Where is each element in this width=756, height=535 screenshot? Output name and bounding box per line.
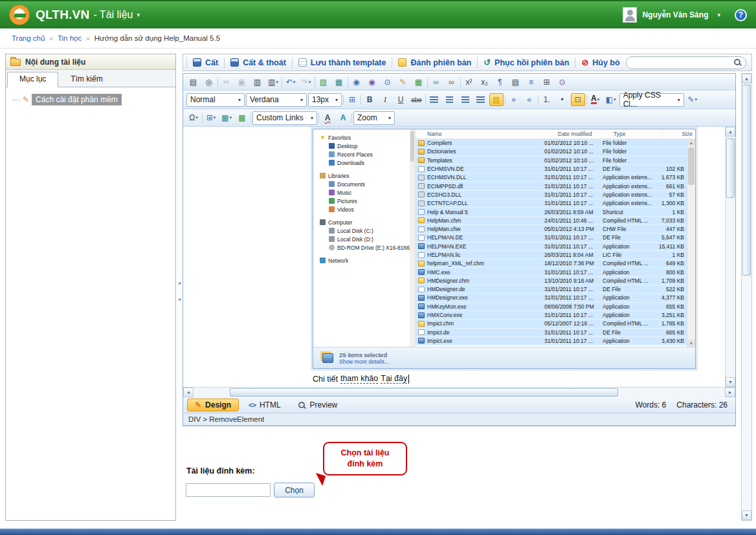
restore-version-button[interactable]: ↺ Phục hồi phiên bản bbox=[478, 54, 575, 71]
pilcrow-icon[interactable]: ¶ bbox=[493, 76, 507, 89]
underline-button[interactable]: U bbox=[394, 93, 408, 106]
version-button[interactable]: Đánh phiên bản bbox=[392, 54, 477, 71]
search-icon[interactable] bbox=[733, 58, 742, 67]
scroll-thumb[interactable] bbox=[726, 138, 735, 198]
save-button[interactable]: Cất bbox=[187, 54, 224, 71]
panel-vertical-scrollbar[interactable]: ▲ ▼ bbox=[741, 73, 752, 521]
editor-horizontal-scrollbar[interactable]: ◄ ► bbox=[183, 387, 735, 397]
numbered-list-icon[interactable]: 1. bbox=[540, 93, 554, 106]
selected-topic-label[interactable]: Cách cài đặt phần mềm bbox=[32, 94, 122, 105]
cancel-button[interactable]: ⊘ Hủy bỏ bbox=[575, 54, 625, 71]
globe-icon[interactable]: ◉ bbox=[350, 76, 364, 89]
paste-options-icon[interactable]: ▥ ▾ bbox=[266, 76, 280, 89]
symbol-omega-button[interactable]: Ω ▾ bbox=[186, 111, 201, 124]
tab-preview[interactable]: Preview bbox=[291, 399, 345, 411]
template-label: Lưu thành template bbox=[311, 58, 386, 67]
image-map-icon[interactable]: ▦ bbox=[332, 76, 346, 89]
text-cursor bbox=[408, 375, 409, 384]
translate-icon[interactable]: A bbox=[336, 111, 350, 124]
tab-html[interactable]: <> HTML bbox=[241, 399, 288, 411]
image-manager-icon[interactable]: ▧ bbox=[317, 76, 331, 89]
background-color-button[interactable]: ◧ ▾ bbox=[604, 93, 618, 106]
toc-tree-item[interactable]: ✎ Cách cài đặt phần mềm bbox=[12, 94, 172, 105]
sidebar-splitter[interactable]: ◂ ◂ bbox=[176, 54, 183, 529]
embedded-explorer-screenshot[interactable]: ★ Favorites Desktop bbox=[313, 129, 696, 369]
scroll-right-icon[interactable]: ► bbox=[725, 388, 735, 397]
scroll-up-icon[interactable]: ▲ bbox=[742, 74, 751, 83]
insert-table-button[interactable]: ⊞ ▾ bbox=[204, 111, 218, 124]
bold-button[interactable]: B bbox=[362, 93, 377, 106]
tab-design[interactable]: ✎ Design bbox=[187, 399, 239, 411]
link-manager-icon[interactable]: ∞ bbox=[429, 76, 443, 89]
application-icon bbox=[418, 269, 425, 275]
scroll-left-icon[interactable]: ◄ bbox=[183, 388, 194, 397]
search-input[interactable] bbox=[630, 59, 733, 67]
scroll-up-icon[interactable]: ▲ bbox=[726, 127, 735, 136]
editor-toolbar-row3: Ω ▾ ⊞ ▾ ▦ ▾ ▩ bbox=[183, 109, 735, 127]
zoom-select[interactable]: Zoom ▾ bbox=[353, 111, 395, 125]
clipboard-icon[interactable]: ▤ bbox=[509, 76, 523, 89]
italic-button[interactable]: I bbox=[378, 93, 392, 106]
indent-icon[interactable]: » bbox=[507, 93, 521, 106]
format-painter-button[interactable]: ✎ ▾ bbox=[685, 93, 700, 106]
snippet-icon[interactable]: ▩ bbox=[235, 111, 249, 124]
insert-table-icon[interactable]: ⊞ bbox=[540, 76, 554, 89]
media-manager-icon[interactable]: ◉ bbox=[365, 76, 379, 89]
gridlines-icon[interactable]: ⊞ bbox=[345, 93, 359, 106]
breadcrumb-category[interactable]: Tin học bbox=[58, 34, 82, 42]
choose-file-button[interactable]: Chọn bbox=[274, 483, 315, 497]
strikethrough-button[interactable]: abe bbox=[409, 93, 424, 106]
copy-icon[interactable]: ▣ bbox=[235, 76, 249, 89]
superscript-icon[interactable]: x² bbox=[462, 76, 476, 89]
document-edit-icon[interactable]: ✎ bbox=[396, 76, 410, 89]
align-left-icon[interactable] bbox=[427, 93, 441, 106]
apply-css-class-select[interactable]: Apply CSS Cl... ▾ bbox=[619, 93, 684, 107]
attachment-input[interactable] bbox=[186, 483, 271, 497]
save-as-template-button[interactable]: Lưu thành template bbox=[293, 54, 392, 71]
spellcheck-icon[interactable]: A bbox=[320, 111, 335, 124]
scroll-down-icon[interactable]: ▼ bbox=[742, 510, 751, 520]
section-dropdown-icon[interactable]: ▾ bbox=[137, 12, 140, 18]
scroll-thumb[interactable] bbox=[230, 388, 618, 397]
subscript-icon[interactable]: x₂ bbox=[478, 76, 492, 89]
explorer-column-headers: Name Date modified Type Size bbox=[416, 129, 695, 139]
font-family-select[interactable]: Verdana ▾ bbox=[246, 93, 307, 107]
chart-icon[interactable]: ▦ bbox=[412, 76, 426, 89]
breadcrumb-home[interactable]: Trang chủ bbox=[12, 34, 45, 42]
paragraph-style-select[interactable]: Normal ▾ bbox=[186, 93, 245, 107]
table-borders-button[interactable]: ▦ ▾ bbox=[219, 111, 234, 124]
redo-icon[interactable]: ↷ ▾ bbox=[299, 76, 313, 89]
grid-toggle-icon[interactable]: ⊡ bbox=[571, 93, 585, 106]
paste-icon[interactable]: ▥ bbox=[250, 76, 265, 89]
user-menu-dropdown-icon[interactable]: ▾ bbox=[717, 12, 720, 18]
editor-vertical-scrollbar[interactable]: ▲ ▼ bbox=[725, 127, 735, 387]
align-center-icon[interactable] bbox=[443, 93, 457, 106]
custom-links-select[interactable]: Custom Links ▾ bbox=[252, 111, 317, 125]
clock-icon[interactable]: ⊙ bbox=[381, 76, 395, 89]
collapse-arrow-icon[interactable]: ◂ bbox=[178, 280, 181, 286]
print-icon[interactable]: ▤ bbox=[186, 76, 201, 89]
scroll-thumb[interactable] bbox=[742, 85, 751, 276]
document-text[interactable]: Chi tiết tham khảo Tại đây bbox=[313, 374, 725, 384]
insert-time-icon[interactable]: ⊙ bbox=[555, 76, 570, 89]
scroll-down-icon[interactable]: ▼ bbox=[726, 377, 735, 387]
unlink-icon[interactable]: ∞ bbox=[445, 76, 459, 89]
align-justify-icon[interactable] bbox=[474, 93, 488, 106]
tab-muc-luc[interactable]: Mục lục bbox=[7, 72, 58, 87]
align-right-icon[interactable] bbox=[458, 93, 472, 106]
font-size-select[interactable]: 13px ▾ bbox=[308, 93, 342, 107]
bullet-list-icon[interactable]: • bbox=[555, 93, 570, 106]
outdent-icon[interactable]: « bbox=[522, 93, 537, 106]
save-and-exit-button[interactable]: Cất & thoát bbox=[225, 54, 292, 71]
tab-tim-kiem[interactable]: Tìm kiếm bbox=[58, 72, 115, 87]
find-icon[interactable]: ◎ bbox=[202, 76, 216, 89]
align-lines-icon[interactable]: ≡ bbox=[524, 76, 539, 89]
highlight-icon[interactable]: ▨ bbox=[489, 93, 504, 106]
cut-icon[interactable]: ✂ bbox=[219, 76, 234, 89]
separator bbox=[505, 94, 506, 105]
font-color-button[interactable]: A ▾ bbox=[588, 93, 603, 106]
help-icon[interactable]: ? bbox=[735, 9, 747, 21]
undo-icon[interactable]: ↶ ▾ bbox=[284, 76, 298, 89]
collapse-arrow-icon[interactable]: ◂ bbox=[178, 296, 181, 302]
editor-content-area[interactable]: ★ Favorites Desktop bbox=[183, 127, 725, 387]
